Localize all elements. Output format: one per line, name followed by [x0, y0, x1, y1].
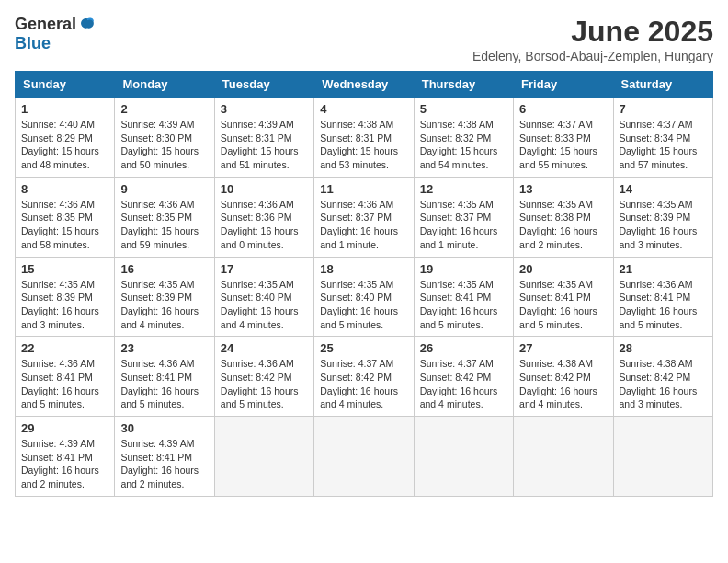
calendar: SundayMondayTuesdayWednesdayThursdayFrid…: [15, 71, 713, 497]
day-info: Sunrise: 4:36 AMSunset: 8:36 PMDaylight:…: [221, 198, 308, 252]
day-info: Sunrise: 4:36 AMSunset: 8:37 PMDaylight:…: [320, 198, 407, 252]
calendar-cell: 14Sunrise: 4:35 AMSunset: 8:39 PMDayligh…: [613, 177, 712, 257]
day-number: 4: [320, 102, 407, 116]
calendar-cell: 2Sunrise: 4:39 AMSunset: 8:30 PMDaylight…: [115, 98, 214, 178]
day-number: 23: [120, 341, 208, 355]
day-header-tuesday: Tuesday: [214, 72, 313, 98]
day-number: 21: [620, 262, 707, 276]
calendar-cell: 27Sunrise: 4:38 AMSunset: 8:42 PMDayligh…: [514, 337, 613, 417]
day-number: 5: [420, 102, 507, 116]
calendar-cell: 26Sunrise: 4:37 AMSunset: 8:42 PMDayligh…: [414, 337, 513, 417]
day-header-wednesday: Wednesday: [314, 72, 414, 98]
day-info: Sunrise: 4:37 AMSunset: 8:42 PMDaylight:…: [320, 357, 407, 411]
day-number: 7: [620, 102, 707, 116]
day-info: Sunrise: 4:37 AMSunset: 8:34 PMDaylight:…: [620, 118, 707, 172]
calendar-cell: 1Sunrise: 4:40 AMSunset: 8:29 PMDaylight…: [16, 98, 115, 178]
day-info: Sunrise: 4:36 AMSunset: 8:42 PMDaylight:…: [221, 357, 308, 411]
day-header-sunday: Sunday: [16, 72, 115, 98]
day-number: 8: [21, 182, 108, 196]
day-number: 1: [21, 102, 108, 116]
calendar-cell: [214, 417, 313, 497]
title-block: June 2025 Edeleny, Borsod-Abauj-Zemplen,…: [472, 15, 713, 63]
calendar-cell: 28Sunrise: 4:38 AMSunset: 8:42 PMDayligh…: [613, 337, 712, 417]
calendar-cell: 22Sunrise: 4:36 AMSunset: 8:41 PMDayligh…: [16, 337, 115, 417]
day-number: 3: [221, 102, 308, 116]
calendar-cell: 30Sunrise: 4:39 AMSunset: 8:41 PMDayligh…: [115, 417, 214, 497]
day-header-monday: Monday: [115, 72, 214, 98]
calendar-cell: 10Sunrise: 4:36 AMSunset: 8:36 PMDayligh…: [214, 177, 313, 257]
logo-general-text: General: [15, 15, 76, 34]
calendar-cell: 4Sunrise: 4:38 AMSunset: 8:31 PMDaylight…: [314, 98, 414, 178]
day-info: Sunrise: 4:35 AMSunset: 8:37 PMDaylight:…: [420, 198, 507, 252]
day-number: 11: [320, 182, 407, 196]
calendar-cell: 6Sunrise: 4:37 AMSunset: 8:33 PMDaylight…: [514, 98, 613, 178]
day-number: 24: [221, 341, 308, 355]
month-title: June 2025: [472, 15, 713, 49]
day-info: Sunrise: 4:35 AMSunset: 8:40 PMDaylight:…: [221, 278, 308, 332]
day-info: Sunrise: 4:35 AMSunset: 8:39 PMDaylight:…: [620, 198, 707, 252]
day-header-friday: Friday: [514, 72, 613, 98]
calendar-cell: [314, 417, 414, 497]
calendar-cell: 24Sunrise: 4:36 AMSunset: 8:42 PMDayligh…: [214, 337, 313, 417]
day-info: Sunrise: 4:35 AMSunset: 8:40 PMDaylight:…: [320, 278, 407, 332]
calendar-week-row: 1Sunrise: 4:40 AMSunset: 8:29 PMDaylight…: [16, 98, 713, 178]
day-info: Sunrise: 4:39 AMSunset: 8:41 PMDaylight:…: [120, 437, 208, 491]
calendar-cell: 20Sunrise: 4:35 AMSunset: 8:41 PMDayligh…: [514, 257, 613, 337]
calendar-cell: 12Sunrise: 4:35 AMSunset: 8:37 PMDayligh…: [414, 177, 513, 257]
calendar-cell: 13Sunrise: 4:35 AMSunset: 8:38 PMDayligh…: [514, 177, 613, 257]
calendar-cell: 29Sunrise: 4:39 AMSunset: 8:41 PMDayligh…: [16, 417, 115, 497]
calendar-cell: 21Sunrise: 4:36 AMSunset: 8:41 PMDayligh…: [613, 257, 712, 337]
day-number: 25: [320, 341, 407, 355]
calendar-week-row: 22Sunrise: 4:36 AMSunset: 8:41 PMDayligh…: [16, 337, 713, 417]
calendar-cell: 15Sunrise: 4:35 AMSunset: 8:39 PMDayligh…: [16, 257, 115, 337]
day-info: Sunrise: 4:38 AMSunset: 8:31 PMDaylight:…: [320, 118, 407, 172]
calendar-week-row: 15Sunrise: 4:35 AMSunset: 8:39 PMDayligh…: [16, 257, 713, 337]
day-number: 17: [221, 262, 308, 276]
day-info: Sunrise: 4:37 AMSunset: 8:42 PMDaylight:…: [420, 357, 507, 411]
calendar-cell: 5Sunrise: 4:38 AMSunset: 8:32 PMDaylight…: [414, 98, 513, 178]
day-number: 29: [21, 421, 108, 435]
day-info: Sunrise: 4:40 AMSunset: 8:29 PMDaylight:…: [21, 118, 108, 172]
calendar-cell: 19Sunrise: 4:35 AMSunset: 8:41 PMDayligh…: [414, 257, 513, 337]
day-number: 14: [620, 182, 707, 196]
day-info: Sunrise: 4:35 AMSunset: 8:38 PMDaylight:…: [519, 198, 607, 252]
day-number: 9: [120, 182, 208, 196]
day-number: 22: [21, 341, 108, 355]
day-header-saturday: Saturday: [613, 72, 712, 98]
calendar-cell: 25Sunrise: 4:37 AMSunset: 8:42 PMDayligh…: [314, 337, 414, 417]
subtitle: Edeleny, Borsod-Abauj-Zemplen, Hungary: [472, 49, 713, 63]
calendar-cell: 8Sunrise: 4:36 AMSunset: 8:35 PMDaylight…: [16, 177, 115, 257]
day-info: Sunrise: 4:35 AMSunset: 8:39 PMDaylight:…: [120, 278, 208, 332]
day-info: Sunrise: 4:35 AMSunset: 8:41 PMDaylight:…: [519, 278, 607, 332]
calendar-cell: 7Sunrise: 4:37 AMSunset: 8:34 PMDaylight…: [613, 98, 712, 178]
day-number: 15: [21, 262, 108, 276]
calendar-cell: 18Sunrise: 4:35 AMSunset: 8:40 PMDayligh…: [314, 257, 414, 337]
day-number: 18: [320, 262, 407, 276]
day-info: Sunrise: 4:36 AMSunset: 8:41 PMDaylight:…: [21, 357, 108, 411]
day-info: Sunrise: 4:35 AMSunset: 8:39 PMDaylight:…: [21, 278, 108, 332]
day-info: Sunrise: 4:39 AMSunset: 8:30 PMDaylight:…: [120, 118, 208, 172]
calendar-cell: 3Sunrise: 4:39 AMSunset: 8:31 PMDaylight…: [214, 98, 313, 178]
logo-blue-text: Blue: [15, 34, 51, 53]
day-number: 6: [519, 102, 607, 116]
logo: General Blue: [15, 15, 97, 53]
logo-bird-icon: [78, 16, 97, 34]
day-number: 10: [221, 182, 308, 196]
day-number: 26: [420, 341, 507, 355]
day-number: 30: [120, 421, 208, 435]
day-info: Sunrise: 4:36 AMSunset: 8:41 PMDaylight:…: [120, 357, 208, 411]
calendar-cell: 11Sunrise: 4:36 AMSunset: 8:37 PMDayligh…: [314, 177, 414, 257]
day-info: Sunrise: 4:38 AMSunset: 8:42 PMDaylight:…: [519, 357, 607, 411]
calendar-cell: [613, 417, 712, 497]
day-info: Sunrise: 4:39 AMSunset: 8:31 PMDaylight:…: [221, 118, 308, 172]
day-number: 28: [620, 341, 707, 355]
day-info: Sunrise: 4:39 AMSunset: 8:41 PMDaylight:…: [21, 437, 108, 491]
day-info: Sunrise: 4:36 AMSunset: 8:35 PMDaylight:…: [21, 198, 108, 252]
day-number: 16: [120, 262, 208, 276]
calendar-week-row: 8Sunrise: 4:36 AMSunset: 8:35 PMDaylight…: [16, 177, 713, 257]
calendar-header-row: SundayMondayTuesdayWednesdayThursdayFrid…: [16, 72, 713, 98]
calendar-cell: 9Sunrise: 4:36 AMSunset: 8:35 PMDaylight…: [115, 177, 214, 257]
calendar-cell: 23Sunrise: 4:36 AMSunset: 8:41 PMDayligh…: [115, 337, 214, 417]
calendar-cell: 16Sunrise: 4:35 AMSunset: 8:39 PMDayligh…: [115, 257, 214, 337]
day-info: Sunrise: 4:36 AMSunset: 8:35 PMDaylight:…: [120, 198, 208, 252]
